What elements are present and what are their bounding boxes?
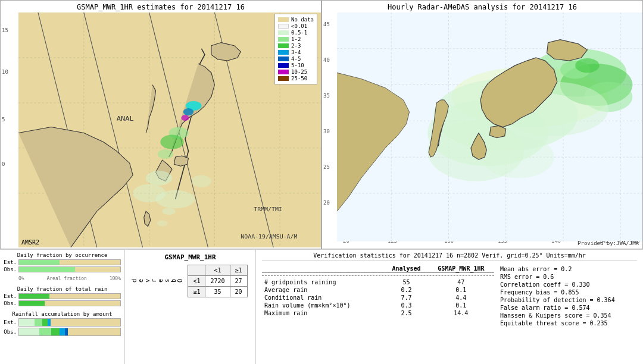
stat-freq-bias: Frequency bias = 0.855 — [500, 289, 637, 296]
legend-1-2: 1-2 — [278, 36, 314, 42]
obs-acc-fill-5 — [65, 328, 68, 335]
verification-table: Analysed GSMAP_MWR_1HR # gridpoints rain… — [262, 265, 494, 317]
obs-label-1: Obs. — [4, 266, 17, 272]
obs-acc-fill-3 — [51, 328, 60, 335]
obs-rain-row: Obs. — [4, 300, 121, 306]
est-acc-fill-4 — [48, 319, 51, 326]
y-axis-0: 0 — [2, 161, 5, 167]
legend-color-001 — [278, 24, 289, 29]
svg-point-18 — [158, 149, 173, 159]
verification-stats-row: Analysed GSMAP_MWR_1HR # gridpoints rain… — [262, 265, 637, 328]
cont-header-row: <1 ≥1 — [188, 265, 247, 276]
obs-acc-row: Obs. — [4, 328, 121, 336]
total-rain-title: Daily fraction of total rain — [4, 286, 121, 292]
cont-cell-12: 27 — [230, 276, 247, 287]
legend-5-10: 5-10 — [278, 62, 314, 68]
cont-row1-label: <1 — [188, 276, 205, 287]
cont-cell-21: 35 — [205, 287, 230, 297]
verif-val2-2: 4.4 — [428, 294, 494, 302]
obs-label-3: Obs. — [4, 329, 17, 335]
obs-label-2: Obs. — [4, 300, 17, 306]
provided-by: Provided by:JWA/JMA — [578, 240, 639, 246]
verif-val1-2: 7.7 — [385, 294, 427, 302]
verification-table-section: Analysed GSMAP_MWR_1HR # gridpoints rain… — [262, 265, 494, 328]
cont-row2: ≥1 35 20 — [188, 287, 247, 297]
occurrence-bar-chart: Est. Obs. — [4, 259, 121, 272]
verif-row-4: Maximum rain 2.5 14.4 — [262, 309, 494, 317]
contingency-table: <1 ≥1 <1 2720 27 ≥1 35 20 — [188, 265, 247, 297]
verif-divider — [262, 275, 494, 276]
left-map-title: GSMAP_MWR_1HR estimates for 20141217 16 — [1, 2, 321, 12]
verif-metric-4: Maximum rain — [262, 309, 385, 317]
verif-metric-3: Rain volume (mm×km²×10⁶) — [262, 302, 385, 309]
verif-val2-1: 0.1 — [428, 286, 494, 294]
verif-metric-header — [262, 265, 385, 273]
legend-label-4-5: 4-5 — [291, 56, 301, 62]
legend-color-25-50 — [278, 76, 289, 81]
est-label-2: Est. — [4, 293, 17, 299]
legend-label-25-50: 25-50 — [291, 76, 307, 81]
svg-point-19 — [146, 171, 172, 185]
legend-2-3: 2-3 — [278, 43, 314, 49]
verif-val1-1: 0.2 — [385, 286, 427, 294]
observed-label: Observed — [130, 278, 185, 284]
y-30: 30 — [323, 128, 330, 134]
est-acc-fill-2 — [35, 319, 43, 326]
amsr2-label: AMSR2 — [21, 239, 39, 246]
y-40: 40 — [323, 57, 330, 63]
y-axis-5: 5 — [2, 117, 5, 123]
right-map-panel: Hourly Radar-AMeDAS analysis for 2014121… — [322, 0, 643, 249]
svg-point-17 — [160, 135, 184, 149]
y-45: 45 — [323, 21, 330, 27]
svg-point-24 — [157, 220, 168, 226]
obs-occurrence-bar-fill — [19, 267, 75, 272]
verif-val2-0: 47 — [428, 278, 494, 286]
verif-val1-0: 55 — [385, 278, 427, 286]
verif-metric-2: Conditional rain — [262, 294, 385, 302]
est-label-1: Est. — [4, 259, 17, 265]
contingency-title: GSMAP_MWR_1HR — [130, 253, 251, 261]
est-rain-bar-bg — [18, 293, 121, 299]
verif-val1-4: 2.5 — [385, 309, 427, 317]
legend-10-25: 10-25 — [278, 69, 314, 75]
legend-label-5-10: 5-10 — [291, 62, 304, 68]
legend-color-nodata — [278, 17, 289, 22]
verif-val2-3: 0.1 — [428, 302, 494, 309]
verif-analysed-header: Analysed — [385, 265, 427, 273]
verif-row-3: Rain volume (mm×km²×10⁶) 0.3 0.1 — [262, 302, 494, 309]
right-map-svg — [337, 12, 643, 241]
obs-rain-bar-fill — [19, 301, 45, 306]
est-occurrence-bar-fill — [19, 260, 60, 265]
est-acc-fill-3 — [42, 319, 48, 326]
axis-0: 0% — [18, 276, 24, 281]
svg-text:TRMM/TMI: TRMM/TMI — [254, 206, 282, 213]
bottom-row: Daily fraction by occurrence Est. Obs. 0… — [0, 250, 643, 364]
verification-right-stats: Mean abs error = 0.2 RMS error = 0.6 Cor… — [494, 265, 637, 328]
legend-label-001: <0.01 — [291, 23, 307, 29]
est-label-3: Est. — [4, 319, 17, 325]
legend-box: No data <0.01 0.5-1 1-2 2-3 — [274, 14, 317, 84]
obs-acc-bar-bg — [18, 328, 121, 336]
legend-05-1: 0.5-1 — [278, 30, 314, 36]
verif-gsmap-header: GSMAP_MWR_1HR — [428, 265, 494, 273]
legend-label-nodata: No data — [291, 17, 314, 23]
svg-point-50 — [575, 58, 600, 73]
svg-point-21 — [156, 190, 195, 208]
legend-color-05-1 — [278, 30, 289, 35]
y-axis-10: 10 — [2, 69, 8, 75]
verif-divider-row — [262, 273, 494, 279]
stat-mean-abs: Mean abs error = 0.2 — [500, 266, 637, 272]
est-rain-bar-fill — [19, 294, 49, 299]
legend-25-50: 25-50 — [278, 76, 314, 81]
est-acc-bar-bg — [18, 318, 121, 327]
stat-hk: Hanssen & Kuipers score = 0.354 — [500, 312, 637, 319]
legend-4-5: 4-5 — [278, 56, 314, 62]
legend-color-3-4 — [278, 50, 289, 55]
est-occurrence-bar-bg — [18, 259, 121, 265]
est-acc-fill-1 — [19, 319, 35, 326]
verification-title: Verification statistics for 20141217 16 … — [262, 252, 637, 261]
total-rain-bar-chart: Est. Obs. — [4, 293, 121, 306]
verification-panel: Verification statistics for 20141217 16 … — [256, 250, 643, 364]
verif-row-0: # gridpoints raining 55 47 — [262, 278, 494, 286]
legend-001: <0.01 — [278, 23, 314, 29]
